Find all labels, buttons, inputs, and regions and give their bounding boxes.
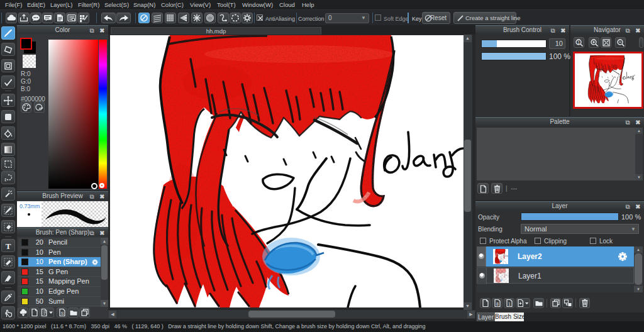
svg-text:T: T bbox=[6, 241, 11, 250]
svg-text:1: 1 bbox=[508, 302, 511, 306]
svg-text:1: 1 bbox=[577, 40, 580, 44]
svg-text:S: S bbox=[60, 311, 64, 316]
svg-text:8: 8 bbox=[496, 302, 499, 306]
